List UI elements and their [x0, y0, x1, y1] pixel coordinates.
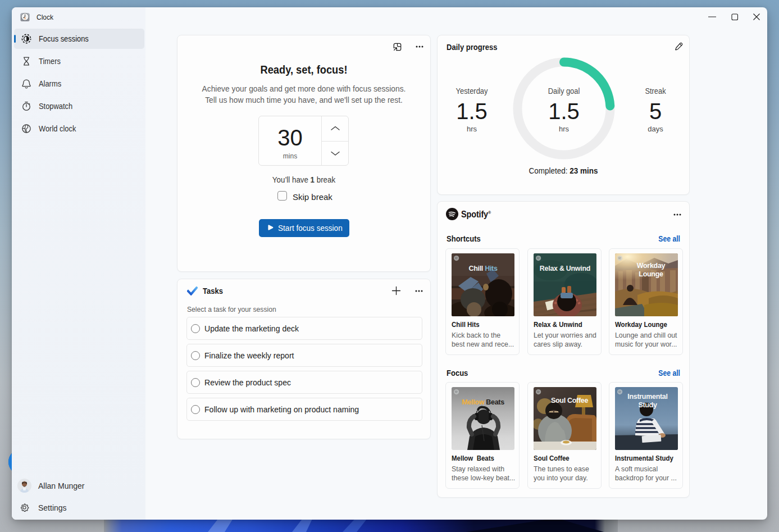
svg-text:Relax & Unwind: Relax & Unwind: [540, 265, 590, 272]
svg-text:Workday: Workday: [637, 262, 666, 270]
svg-text:Study: Study: [638, 401, 657, 409]
svg-text:Lounge: Lounge: [639, 270, 663, 278]
svg-text:Mellow Beats: Mellow Beats: [462, 398, 504, 406]
svg-text:Soul Coffee: Soul Coffee: [551, 397, 588, 404]
svg-text:Instrumental: Instrumental: [627, 393, 667, 401]
svg-text:Chill Hits: Chill Hits: [468, 265, 498, 272]
